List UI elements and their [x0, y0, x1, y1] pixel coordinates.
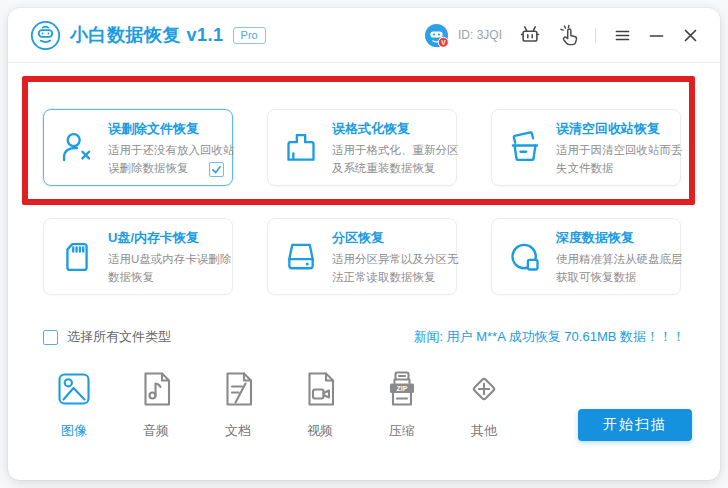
document-icon [218, 369, 258, 409]
svg-text:ZIP: ZIP [397, 385, 408, 392]
recovery-card-partition[interactable]: 分区恢复 适用分区异常以及分区无法正常读取数据恢复 [267, 218, 457, 295]
recovery-card-recycle-bin[interactable]: 误清空回收站恢复 适用于因清空回收站而丢失文件数据 [491, 109, 681, 186]
file-type-label: 视频 [307, 422, 333, 440]
other-icon [464, 369, 504, 409]
recovery-card-usb-sdcard[interactable]: U盘/内存卡恢复 适用U盘或内存卡误删除数据恢复 [43, 218, 233, 295]
card-title: 误清空回收站恢复 [556, 120, 683, 138]
app-title: 小白数据恢复 v1.1 [70, 23, 224, 47]
trash-open-icon [505, 128, 545, 168]
start-scan-button[interactable]: 开始扫描 [578, 409, 692, 441]
file-type-image[interactable]: 图像 [43, 369, 105, 440]
deep-scan-icon [505, 237, 545, 277]
title-bar-right: V ID: 3JQI [424, 23, 698, 48]
recovery-card-deleted-files[interactable]: 误删除文件恢复 适用于还没有放入回收站误删除数据恢复 [43, 109, 233, 186]
user-id: ID: 3JQI [458, 28, 502, 42]
user-x-icon [57, 128, 97, 168]
close-button[interactable] [683, 28, 698, 43]
menu-button[interactable] [615, 28, 630, 43]
select-all-checkbox[interactable] [43, 330, 58, 345]
file-type-label: 压缩 [389, 422, 415, 440]
user-avatar[interactable]: V [424, 23, 449, 48]
hand-click-icon[interactable] [558, 24, 580, 46]
file-type-other[interactable]: 其他 [453, 369, 515, 440]
format-brush-icon [281, 128, 321, 168]
zip-icon: ZIP [382, 369, 422, 409]
card-title: 分区恢复 [332, 229, 459, 247]
header-divider [595, 28, 596, 43]
pro-badge: Pro [233, 27, 266, 44]
file-type-document[interactable]: 文档 [207, 369, 269, 440]
svg-text:V: V [441, 38, 446, 45]
file-type-audio[interactable]: 音频 [125, 369, 187, 440]
remote-tv-icon[interactable] [519, 24, 541, 46]
title-bar: 小白数据恢复 v1.1 Pro V ID: 3JQI [8, 8, 720, 63]
card-title: 误格式化恢复 [332, 120, 459, 138]
card-description: 适用分区异常以及分区无法正常读取数据恢复 [332, 250, 459, 286]
select-all-control[interactable]: 选择所有文件类型 [43, 328, 171, 346]
app-logo-icon [30, 20, 61, 51]
card-title: 误删除文件恢复 [108, 120, 235, 138]
file-type-label: 图像 [61, 422, 87, 440]
card-description: 适用于格式化、重新分区及系统重装数据恢复 [332, 141, 459, 177]
recovery-card-deep-scan[interactable]: 深度数据恢复 使用精准算法从硬盘底层获取可恢复数据 [491, 218, 681, 295]
file-type-zip[interactable]: ZIP 压缩 [371, 369, 433, 440]
hard-drive-icon [281, 237, 321, 277]
card-title: U盘/内存卡恢复 [108, 229, 231, 247]
video-icon [300, 369, 340, 409]
card-description: 使用精准算法从硬盘底层获取可恢复数据 [556, 250, 683, 286]
card-description: 适用于因清空回收站而丢失文件数据 [556, 141, 683, 177]
select-all-label: 选择所有文件类型 [67, 328, 171, 346]
minimize-button[interactable] [649, 28, 664, 43]
recovery-card-formatted[interactable]: 误格式化恢复 适用于格式化、重新分区及系统重装数据恢复 [267, 109, 457, 186]
recovery-mode-grid: 误删除文件恢复 适用于还没有放入回收站误删除数据恢复 误 [43, 109, 685, 295]
card-description: 适用U盘或内存卡误删除数据恢复 [108, 250, 231, 286]
sd-card-icon [57, 237, 97, 277]
file-filter-row: 选择所有文件类型 新闻: 用户 M**A 成功恢复 70.61MB 数据！！！ [43, 328, 685, 346]
app-window: 小白数据恢复 v1.1 Pro V ID: 3JQI [8, 8, 720, 480]
main-content: 误删除文件恢复 适用于还没有放入回收站误删除数据恢复 误 [8, 109, 720, 440]
image-icon [54, 369, 94, 409]
news-ticker: 新闻: 用户 M**A 成功恢复 70.61MB 数据！！！ [413, 328, 685, 346]
audio-icon [136, 369, 176, 409]
file-type-label: 其他 [471, 422, 497, 440]
card-checkbox-checked[interactable] [209, 162, 224, 177]
file-type-video[interactable]: 视频 [289, 369, 351, 440]
file-type-label: 文档 [225, 422, 251, 440]
file-type-label: 音频 [143, 422, 169, 440]
card-title: 深度数据恢复 [556, 229, 683, 247]
